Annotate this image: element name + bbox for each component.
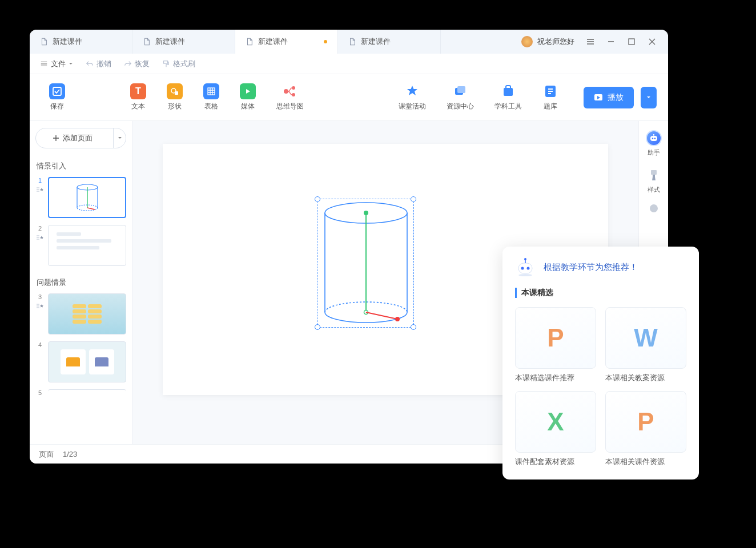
redo-button[interactable]: 恢复 [124, 59, 150, 69]
chevron-down-icon [646, 95, 651, 100]
slide-item[interactable]: 5 [35, 389, 126, 396]
slide-thumbnail[interactable] [48, 293, 126, 335]
shape-icon [167, 83, 183, 99]
recommendation-card[interactable]: W 本课相关教案资源 [605, 307, 686, 383]
slide-thumbnail[interactable] [48, 177, 126, 218]
mindmap-button[interactable]: 思维导图 [268, 83, 312, 111]
svg-line-17 [87, 208, 95, 209]
bot-icon [515, 258, 536, 276]
section-title: 情景引入 [37, 161, 125, 171]
slide-item[interactable]: 1 [35, 177, 126, 218]
tab-item[interactable]: 新建课件 [132, 30, 235, 54]
more-button[interactable] [650, 204, 658, 212]
svg-point-27 [652, 138, 653, 139]
plus-icon [53, 135, 59, 142]
recommendation-section-title: 本课精选 [515, 288, 686, 298]
svg-rect-4 [175, 91, 178, 95]
undo-button[interactable]: 撤销 [86, 59, 111, 69]
dot-icon [650, 204, 658, 212]
svg-rect-31 [651, 170, 657, 175]
card-label: 课件配套素材资源 [515, 457, 596, 467]
tab-item-active[interactable]: 新建课件 [235, 30, 338, 54]
minimize-button[interactable] [601, 30, 621, 54]
star-marker-icon [36, 303, 44, 309]
recommendation-grid: P 本课精选课件推荐 W 本课相关教案资源 X 课件配套素材资源 P 本课相关课… [515, 307, 686, 467]
svg-point-33 [518, 274, 532, 276]
svg-rect-5 [208, 88, 215, 95]
text-icon: T [130, 83, 146, 99]
cylinder-shape[interactable] [317, 199, 415, 328]
tab-item[interactable]: 新建课件 [30, 30, 132, 54]
resource-center-icon [452, 83, 468, 99]
subject-tools-button[interactable]: 学科工具 [486, 83, 530, 111]
assistant-label: 助手 [648, 148, 660, 157]
user-greeting-text: 祝老师您好 [537, 37, 574, 47]
slide-item[interactable]: 2 [35, 225, 126, 266]
play-button[interactable]: 播放 [584, 87, 634, 108]
tab-item[interactable]: 新建课件 [338, 30, 441, 54]
slide-thumbnail[interactable] [48, 225, 126, 266]
svg-point-36 [527, 267, 530, 270]
slide-item[interactable]: 4 [35, 341, 126, 382]
user-greeting[interactable]: 祝老师您好 [516, 30, 580, 54]
assistant-button[interactable]: 助手 [646, 130, 662, 157]
shape-button[interactable]: 形状 [159, 83, 191, 111]
selection-box[interactable] [317, 199, 414, 328]
style-button[interactable]: 样式 [646, 167, 662, 194]
slide-number: 5 [38, 389, 42, 396]
recommendation-card[interactable]: P 本课精选课件推荐 [515, 307, 596, 383]
svg-line-24 [366, 312, 397, 319]
svg-rect-26 [650, 136, 657, 141]
mindmap-label: 思维导图 [276, 102, 304, 111]
add-page-dropdown[interactable] [113, 128, 126, 148]
chevron-down-icon [69, 62, 73, 66]
svg-point-22 [364, 211, 368, 215]
recommendation-card[interactable]: X 课件配套素材资源 [515, 391, 596, 467]
tab-label: 新建课件 [361, 37, 391, 47]
card-letter-icon: P [515, 307, 596, 369]
media-button[interactable]: 媒体 [232, 83, 264, 111]
text-button[interactable]: T 文本 [122, 83, 154, 111]
menu-lines-button[interactable] [580, 30, 601, 54]
slide-thumbnail[interactable] [48, 341, 126, 382]
svg-rect-1 [164, 61, 168, 63]
svg-point-38 [524, 258, 526, 260]
assistant-icon [646, 130, 662, 146]
play-dropdown-button[interactable] [641, 87, 657, 108]
question-bank-button[interactable]: 题库 [534, 83, 566, 111]
brush-icon [646, 167, 662, 183]
recommendation-title: 根据教学环节为您推荐！ [544, 262, 638, 273]
text-label: 文本 [131, 102, 145, 111]
ribbon-toolbar: 保存 T 文本 形状 表格 媒体 [30, 74, 668, 121]
subject-tools-icon [500, 83, 516, 99]
close-button[interactable] [642, 30, 662, 54]
slide-item[interactable]: 3 [35, 293, 126, 335]
undo-label: 撤销 [96, 59, 111, 69]
save-label: 保存 [50, 102, 64, 111]
format-painter-button[interactable]: 格式刷 [162, 59, 195, 69]
redo-icon [124, 60, 132, 68]
recommendation-card[interactable]: P 本课相关课件资源 [605, 391, 686, 467]
media-icon [240, 83, 256, 99]
table-label: 表格 [204, 102, 218, 111]
slide-thumbnail[interactable] [48, 389, 126, 394]
class-activity-button[interactable]: 课堂活动 [391, 83, 434, 111]
card-label: 本课相关教案资源 [605, 373, 686, 383]
file-menu[interactable]: 文件 [40, 59, 73, 69]
recommendation-panel: 根据教学环节为您推荐！ 本课精选 P 本课精选课件推荐 W 本课相关教案资源 X… [502, 247, 699, 480]
undo-icon [86, 60, 94, 68]
unsaved-dot-icon [324, 40, 327, 43]
svg-point-8 [292, 93, 295, 96]
svg-point-30 [653, 134, 654, 135]
class-activity-icon [404, 83, 420, 99]
maximize-button[interactable] [621, 30, 642, 54]
card-label: 本课精选课件推荐 [515, 373, 596, 383]
svg-point-7 [292, 86, 295, 90]
save-button[interactable]: 保存 [41, 83, 73, 111]
slide-number: 2 [38, 225, 42, 232]
table-button[interactable]: 表格 [195, 83, 227, 111]
add-page-button[interactable]: 添加页面 [35, 128, 126, 148]
chevron-down-icon [118, 136, 122, 140]
resource-center-button[interactable]: 资源中心 [439, 83, 482, 111]
recommendation-header: 根据教学环节为您推荐！ [515, 258, 686, 276]
